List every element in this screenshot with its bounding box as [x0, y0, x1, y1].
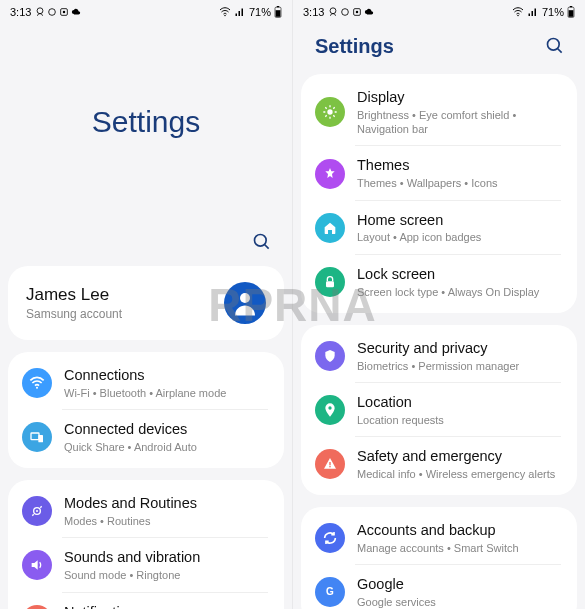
battery-icon — [567, 6, 575, 18]
sound-icon — [22, 550, 52, 580]
svg-point-8 — [255, 235, 267, 247]
account-sub: Samsung account — [26, 307, 122, 323]
svg-point-27 — [328, 406, 331, 409]
svg-point-19 — [356, 11, 359, 14]
svg-point-20 — [517, 15, 519, 17]
avatar[interactable] — [224, 282, 266, 324]
svg-rect-12 — [38, 435, 43, 442]
lock-screen-row[interactable]: Lock screen Screen lock type • Always On… — [301, 255, 577, 309]
svg-point-3 — [63, 11, 66, 14]
svg-point-24 — [548, 39, 560, 51]
svg-text:G: G — [326, 587, 334, 598]
themes-icon — [315, 159, 345, 189]
display-icon — [315, 97, 345, 127]
settings-group: Connections Wi-Fi • Bluetooth • Airplane… — [8, 352, 284, 468]
home-icon — [315, 213, 345, 243]
connected-devices-row[interactable]: Connected devices Quick Share • Android … — [8, 410, 284, 464]
svg-rect-22 — [569, 10, 574, 17]
battery-percent: 71% — [542, 6, 564, 18]
shield-icon — [315, 341, 345, 371]
notifications-row[interactable]: Notifications Status bar • Do not distur… — [8, 593, 284, 609]
location-row[interactable]: Location Location requests — [301, 383, 577, 437]
search-button[interactable] — [248, 228, 276, 256]
svg-point-25 — [327, 110, 332, 115]
svg-rect-11 — [31, 433, 39, 440]
account-name: James Lee — [26, 284, 122, 306]
search-icon — [252, 232, 272, 252]
wifi-icon — [22, 368, 52, 398]
page-title: Settings — [315, 35, 394, 58]
google-icon: G — [315, 577, 345, 607]
settings-group: Security and privacy Biometrics • Permis… — [301, 325, 577, 495]
svg-point-16 — [331, 8, 337, 14]
accounts-backup-row[interactable]: Accounts and backup Manage accounts • Sm… — [301, 511, 577, 565]
settings-list[interactable]: Display Brightness • Eye comfort shield … — [293, 74, 585, 609]
svg-point-9 — [240, 293, 250, 303]
settings-group: Modes and Routines Modes • Routines Soun… — [8, 480, 284, 609]
settings-screen-collapsed: 3:13 71% Settings — [293, 0, 585, 609]
signal-icon — [527, 6, 539, 18]
sounds-vibration-row[interactable]: Sounds and vibration Sound mode • Ringto… — [8, 538, 284, 592]
notification-icons — [35, 7, 81, 17]
security-privacy-row[interactable]: Security and privacy Biometrics • Permis… — [301, 329, 577, 383]
svg-point-1 — [49, 9, 56, 16]
clock: 3:13 — [303, 6, 324, 18]
search-icon — [545, 36, 565, 56]
settings-group: Accounts and backup Manage accounts • Sm… — [301, 507, 577, 609]
account-row[interactable]: James Lee Samsung account — [8, 270, 284, 336]
settings-list[interactable]: James Lee Samsung account Connections Wi… — [0, 266, 292, 609]
svg-rect-7 — [277, 6, 279, 7]
svg-point-10 — [36, 387, 38, 389]
svg-point-0 — [38, 8, 44, 14]
settings-screen-expanded: 3:13 71% Settings James Lee — [0, 0, 293, 609]
settings-header: Settings — [293, 22, 585, 74]
notification-icons — [328, 7, 374, 17]
svg-rect-28 — [329, 462, 330, 465]
modes-routines-row[interactable]: Modes and Routines Modes • Routines — [8, 484, 284, 538]
notifications-icon — [22, 605, 52, 609]
google-row[interactable]: G Google Google services — [301, 565, 577, 609]
safety-emergency-row[interactable]: Safety and emergency Medical info • Wire… — [301, 437, 577, 491]
account-card: James Lee Samsung account — [8, 266, 284, 340]
wifi-status-icon — [219, 6, 231, 18]
connections-row[interactable]: Connections Wi-Fi • Bluetooth • Airplane… — [8, 356, 284, 410]
devices-icon — [22, 422, 52, 452]
display-row[interactable]: Display Brightness • Eye comfort shield … — [301, 78, 577, 146]
svg-point-4 — [224, 15, 226, 17]
themes-row[interactable]: Themes Themes • Wallpapers • Icons — [301, 146, 577, 200]
settings-group: Display Brightness • Eye comfort shield … — [301, 74, 577, 313]
lock-icon — [315, 267, 345, 297]
page-title: Settings — [92, 105, 200, 139]
routines-icon — [22, 496, 52, 526]
home-screen-row[interactable]: Home screen Layout • App icon badges — [301, 201, 577, 255]
svg-rect-23 — [570, 6, 572, 7]
wifi-status-icon — [512, 6, 524, 18]
accounts-icon — [315, 523, 345, 553]
svg-rect-6 — [276, 10, 281, 17]
svg-point-17 — [342, 9, 349, 16]
svg-rect-26 — [326, 281, 334, 287]
svg-rect-29 — [329, 466, 330, 467]
status-bar: 3:13 71% — [293, 0, 585, 22]
clock: 3:13 — [10, 6, 31, 18]
signal-icon — [234, 6, 246, 18]
settings-hero: Settings — [0, 22, 292, 222]
status-bar: 3:13 71% — [0, 0, 292, 22]
search-button[interactable] — [541, 32, 569, 60]
safety-icon — [315, 449, 345, 479]
svg-point-14 — [36, 510, 38, 512]
location-icon — [315, 395, 345, 425]
battery-icon — [274, 6, 282, 18]
battery-percent: 71% — [249, 6, 271, 18]
